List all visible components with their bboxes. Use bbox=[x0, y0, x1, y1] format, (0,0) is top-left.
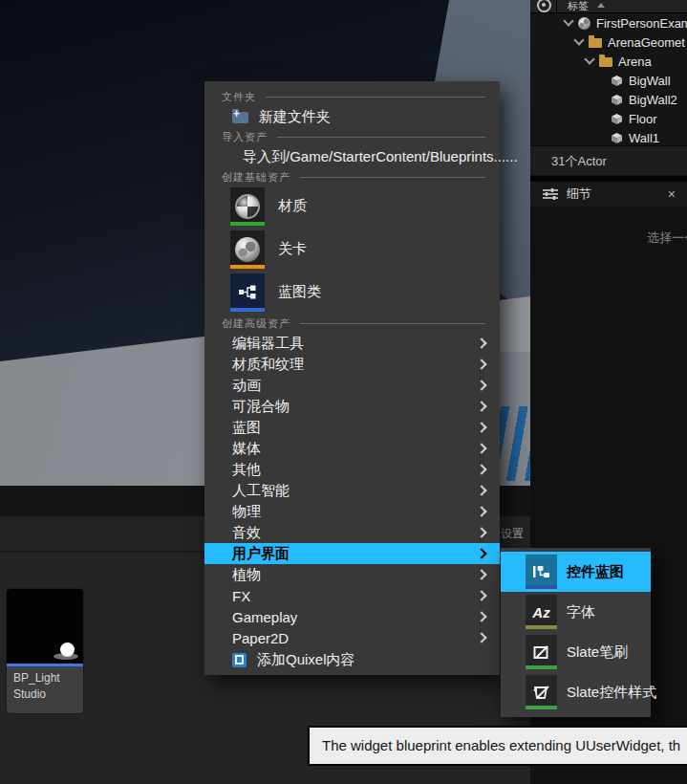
section-header-folder: 文件夹 bbox=[204, 89, 500, 104]
menu-item-gameplay[interactable]: Gameplay bbox=[204, 606, 500, 627]
section-label: 文件夹 bbox=[222, 90, 256, 104]
menu-item-material[interactable]: 材质 bbox=[204, 185, 500, 228]
details-panel-header[interactable]: 细节 × bbox=[530, 182, 687, 207]
section-divider bbox=[300, 177, 485, 178]
slate-style-color-bar bbox=[526, 706, 557, 709]
menu-item-misc[interactable]: 其他 bbox=[204, 459, 500, 480]
submenu-arrow-icon bbox=[476, 359, 486, 369]
menu-item-ai[interactable]: 人工智能 bbox=[204, 480, 500, 501]
menu-item-label: 媒体 bbox=[232, 440, 478, 458]
menu-item-materials-textures[interactable]: 材质和纹理 bbox=[204, 354, 500, 375]
menu-item-label: FX bbox=[232, 588, 478, 604]
blueprint-class-icon bbox=[238, 284, 257, 300]
menu-item-physics[interactable]: 物理 bbox=[204, 501, 500, 522]
menu-item-new-folder[interactable]: 新建文件夹 bbox=[204, 104, 500, 129]
menu-item-label: 可混合物 bbox=[232, 398, 478, 416]
submenu-item-slate-widget-style[interactable]: Slate控件样式 bbox=[501, 672, 651, 712]
row-label: Floor bbox=[629, 112, 657, 126]
outliner-tree: FirstPersonExam ArenaGeomet Arena BigWal… bbox=[530, 13, 687, 145]
menu-item-paper2d[interactable]: Paper2D bbox=[204, 627, 500, 648]
chevron-down-icon[interactable] bbox=[584, 54, 594, 64]
row-label: Arena bbox=[618, 54, 652, 69]
menu-item-blueprint-class[interactable]: 蓝图类 bbox=[204, 271, 500, 314]
outliner-row-folder[interactable]: Arena bbox=[530, 52, 687, 71]
outliner-row-actor[interactable]: BigWall2 bbox=[530, 90, 687, 109]
slate-brush-icon-tile bbox=[526, 635, 557, 669]
chevron-down-icon[interactable] bbox=[563, 15, 573, 26]
visibility-eye-icon[interactable] bbox=[537, 0, 551, 12]
folder-icon bbox=[589, 38, 602, 48]
slate-brush-icon bbox=[533, 644, 550, 660]
section-divider bbox=[277, 137, 485, 138]
outliner-row-actor[interactable]: Floor bbox=[530, 109, 687, 128]
material-icon-tile bbox=[230, 187, 265, 226]
sort-ascending-icon[interactable] bbox=[597, 3, 605, 8]
static-mesh-cube-icon bbox=[611, 113, 623, 125]
menu-item-label: 物理 bbox=[232, 503, 478, 521]
submenu-arrow-icon bbox=[476, 401, 486, 411]
menu-item-label: 材质 bbox=[278, 197, 307, 215]
details-panel-title: 细节 bbox=[567, 185, 591, 203]
submenu-item-font[interactable]: Az 字体 bbox=[501, 592, 651, 632]
menu-item-add-quixel[interactable]: 添加Quixel内容 bbox=[204, 648, 500, 671]
slate-style-icon-tile bbox=[526, 675, 557, 709]
folder-icon bbox=[599, 57, 612, 67]
menu-item-label: 蓝图 bbox=[232, 419, 478, 437]
static-mesh-cube-icon bbox=[611, 75, 623, 87]
menu-item-label: 人工智能 bbox=[232, 482, 478, 500]
settings-button[interactable]: 设置 bbox=[501, 526, 524, 542]
menu-item-fx[interactable]: FX bbox=[204, 585, 500, 606]
menu-item-label: 植物 bbox=[232, 566, 478, 584]
material-sphere-icon bbox=[235, 194, 260, 219]
slate-brush-color-bar bbox=[526, 665, 557, 669]
user-interface-submenu: 控件蓝图 Az 字体 Slate笔刷 bbox=[501, 548, 651, 717]
sphere-preview bbox=[60, 642, 75, 657]
row-label: Wall1 bbox=[629, 131, 659, 145]
section-label: 导入资产 bbox=[222, 130, 268, 144]
menu-item-user-interface[interactable]: 用户界面 bbox=[204, 543, 500, 564]
submenu-arrow-icon bbox=[476, 464, 486, 474]
menu-item-blueprints[interactable]: 蓝图 bbox=[204, 417, 500, 438]
menu-item-foliage[interactable]: 植物 bbox=[204, 564, 500, 585]
material-color-bar bbox=[230, 222, 265, 226]
outliner-row-folder[interactable]: ArenaGeomet bbox=[530, 33, 687, 52]
menu-item-level[interactable]: 关卡 bbox=[204, 228, 500, 271]
content-browser-context-menu: 文件夹 新建文件夹 导入资产 导入到/Game/StarterContent/B… bbox=[204, 81, 500, 675]
row-label: BigWall bbox=[629, 74, 671, 88]
menu-item-import[interactable]: 导入到/Game/StarterContent/Blueprints...... bbox=[204, 144, 500, 169]
outliner-actor-count: 31个Actor bbox=[530, 145, 687, 175]
menu-item-label: Gameplay bbox=[232, 609, 478, 625]
blueprint-color-bar bbox=[230, 308, 265, 312]
widget-blueprint-icon bbox=[532, 564, 551, 579]
font-color-bar bbox=[526, 625, 557, 629]
submenu-arrow-icon bbox=[476, 380, 486, 390]
chevron-down-icon[interactable] bbox=[573, 34, 584, 45]
menu-item-media[interactable]: 媒体 bbox=[204, 438, 500, 459]
outliner-label-column[interactable]: 标签 bbox=[568, 0, 589, 13]
submenu-item-widget-blueprint[interactable]: 控件蓝图 bbox=[501, 552, 651, 592]
menu-item-label: 动画 bbox=[232, 377, 478, 395]
close-icon[interactable]: × bbox=[668, 182, 676, 207]
sliders-icon bbox=[543, 187, 558, 201]
menu-item-editor-utilities[interactable]: 编辑器工具 bbox=[204, 333, 500, 354]
menu-item-animation[interactable]: 动画 bbox=[204, 375, 500, 396]
menu-item-label: 音效 bbox=[232, 524, 478, 542]
static-mesh-cube-icon bbox=[611, 132, 623, 144]
menu-item-sounds[interactable]: 音效 bbox=[204, 522, 500, 543]
submenu-arrow-icon bbox=[476, 485, 486, 495]
outliner-row-world[interactable]: FirstPersonExam bbox=[530, 13, 687, 33]
submenu-item-slate-brush[interactable]: Slate笔刷 bbox=[501, 632, 651, 672]
menu-item-blendables[interactable]: 可混合物 bbox=[204, 396, 500, 417]
submenu-arrow-icon bbox=[476, 590, 486, 600]
outliner-row-actor[interactable]: Wall1 bbox=[530, 128, 687, 147]
submenu-arrow-icon bbox=[476, 611, 486, 621]
level-color-bar bbox=[230, 265, 265, 269]
asset-name-line2: Studio bbox=[13, 686, 76, 703]
row-label: FirstPersonExam bbox=[596, 16, 687, 31]
asset-tile-bp-lightstudio[interactable]: BP_Light Studio bbox=[7, 589, 83, 713]
widget-blueprint-icon-tile bbox=[526, 555, 557, 589]
column-divider bbox=[556, 0, 557, 12]
blueprint-icon-tile bbox=[230, 273, 265, 312]
outliner-row-actor[interactable]: BigWall bbox=[530, 71, 687, 90]
section-divider bbox=[300, 323, 485, 324]
